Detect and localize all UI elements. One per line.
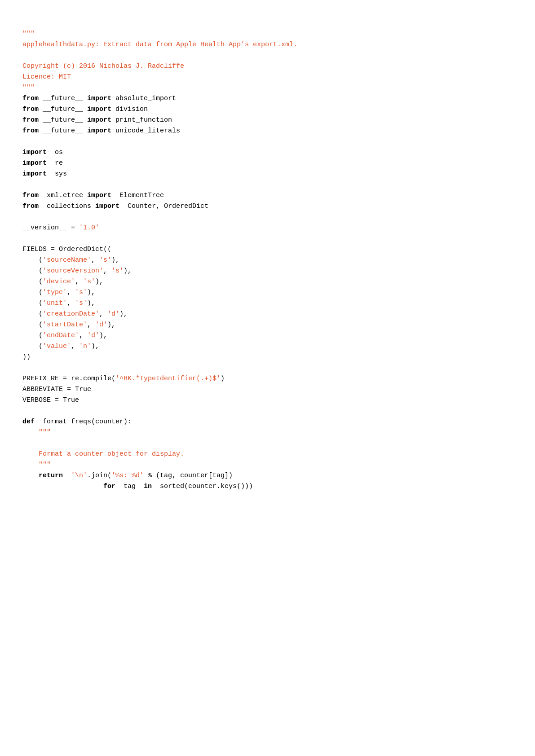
line-docstring-1: """ [22, 30, 35, 38]
line-fields-5: ('type', 's'), [22, 289, 95, 296]
line-docstring-5: """ [22, 84, 35, 92]
line-version: __version__ = '1.0' [22, 224, 99, 232]
code-block: """ applehealthdata.py: Extract data fro… [22, 18, 513, 492]
line-import-4: from __future__ import unicode_literals [22, 127, 180, 135]
line-abbreviate: ABBREVIATE = True [22, 386, 91, 393]
line-func-docstring-1: """ [22, 429, 51, 436]
line-fields-9: ('endDate', 'd'), [22, 332, 107, 339]
line-fields-11: )) [22, 353, 31, 361]
line-import-2: from __future__ import division [22, 105, 148, 113]
line-verbose: VERBOSE = True [22, 396, 79, 404]
line-fields-7: ('creationDate', 'd'), [22, 310, 128, 318]
line-docstring-3: Copyright (c) 2016 Nicholas J. Radcliffe [22, 62, 184, 70]
line-docstring-4: Licence: MIT [22, 73, 71, 81]
line-fields-1: FIELDS = OrderedDict(( [22, 246, 111, 253]
line-import-3: from __future__ import print_function [22, 116, 172, 124]
line-fields-3: ('sourceVersion', 's'), [22, 267, 132, 275]
line-docstring-2: applehealthdata.py: Extract data from Ap… [22, 41, 297, 48]
line-func-docstring-2: Format a counter object for display. [22, 450, 184, 458]
line-import-6: import re [22, 159, 63, 167]
line-import-5: import os [22, 149, 63, 156]
line-prefix-re: PREFIX_RE = re.compile('^HK.*TypeIdentif… [22, 375, 225, 382]
line-import-8: from xml.etree import ElementTree [22, 192, 164, 199]
line-fields-10: ('value', 'n'), [22, 343, 99, 350]
line-fields-8: ('startDate', 'd'), [22, 321, 115, 329]
line-import-1: from __future__ import absolute_import [22, 95, 176, 102]
line-return-1: return '\n'.join('%s: %d' % (tag, counte… [22, 472, 233, 479]
line-fields-6: ('unit', 's'), [22, 299, 95, 307]
line-fields-2: ('sourceName', 's'), [22, 256, 119, 264]
line-return-2: for tag in sorted(counter.keys())) [22, 483, 253, 490]
line-import-7: import sys [22, 170, 67, 178]
line-fields-4: ('device', 's'), [22, 278, 103, 286]
line-def: def format_freqs(counter): [22, 418, 132, 426]
line-func-docstring-3: """ [22, 461, 51, 469]
line-import-9: from collections import Counter, Ordered… [22, 202, 208, 210]
